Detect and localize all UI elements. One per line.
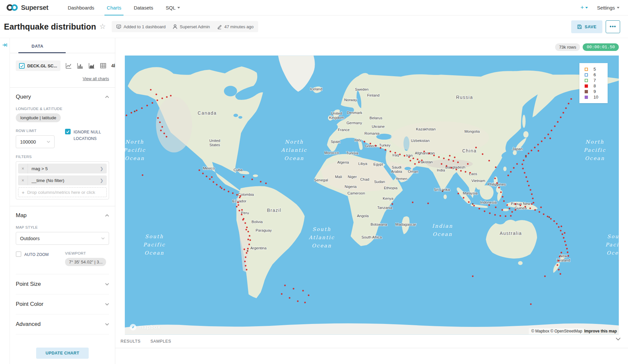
earthquake-dot[interactable] (538, 150, 539, 152)
earthquake-dot[interactable] (423, 151, 425, 152)
earthquake-dot[interactable] (441, 163, 442, 165)
earthquake-dot[interactable] (413, 158, 414, 159)
earthquake-dot[interactable] (516, 163, 518, 165)
legend-item-6[interactable]: 6 (585, 72, 608, 78)
map-style-select[interactable]: Outdoors (16, 232, 109, 245)
new-dropdown[interactable]: + (580, 4, 588, 11)
earthquake-dot[interactable] (507, 175, 509, 176)
earthquake-dot[interactable] (539, 211, 540, 213)
filter-expand-icon[interactable]: ❯ (100, 178, 107, 183)
earthquake-dot[interactable] (551, 130, 552, 131)
earthquake-dot[interactable] (162, 98, 163, 99)
earthquake-dot[interactable] (502, 209, 503, 211)
earthquake-dot[interactable] (554, 125, 556, 127)
earthquake-dot[interactable] (465, 171, 466, 173)
filter-pill-1[interactable]: ×__time (No filter)❯ (18, 175, 107, 185)
earthquake-dot[interactable] (202, 173, 204, 174)
earthquake-dot[interactable] (213, 181, 214, 183)
earthquake-dot[interactable] (558, 226, 560, 228)
ignore-null-control[interactable]: IGNORE NULL LOCATIONS (65, 129, 109, 142)
earthquake-dot[interactable] (528, 185, 530, 187)
earthquake-dot[interactable] (246, 252, 247, 254)
bar-chart-icon[interactable] (77, 62, 83, 69)
deckgl-scatter-map[interactable]: NorthPacificOceanNorthAtlanticOceanNorth… (125, 56, 619, 335)
earthquake-dot[interactable] (513, 167, 515, 169)
section-advanced[interactable]: Advanced (16, 314, 109, 334)
earthquake-dot[interactable] (243, 249, 245, 250)
earthquake-dot[interactable] (567, 252, 569, 253)
earthquake-dot[interactable] (568, 255, 569, 257)
earthquake-dot[interactable] (571, 98, 572, 100)
earthquake-dot[interactable] (412, 202, 414, 203)
earthquake-dot[interactable] (247, 239, 249, 240)
earthquake-dot[interactable] (293, 288, 294, 290)
tab-results[interactable]: RESULTS (121, 339, 141, 344)
earthquake-dot[interactable] (502, 196, 504, 198)
view-all-charts-link[interactable]: View all charts (83, 77, 109, 81)
earthquake-dot[interactable] (532, 198, 534, 199)
superset-logo[interactable]: Superset (6, 3, 48, 12)
earthquake-dot[interactable] (380, 147, 381, 149)
earthquake-dot[interactable] (247, 231, 249, 233)
earthquake-dot[interactable] (375, 145, 376, 147)
earthquake-dot[interactable] (564, 232, 566, 234)
earthquake-dot[interactable] (232, 193, 234, 194)
favorite-star-icon[interactable]: ☆ (100, 23, 106, 30)
nav-item-dashboards[interactable]: Dashboards (61, 0, 101, 15)
earthquake-dot[interactable] (216, 184, 218, 186)
earthquake-dot[interactable] (533, 202, 534, 204)
earthquake-dot[interactable] (221, 188, 223, 189)
expand-panel-icon[interactable] (2, 43, 8, 47)
earthquake-dot[interactable] (248, 244, 250, 245)
earthquake-dot[interactable] (531, 150, 532, 151)
earthquake-dot[interactable] (241, 214, 242, 216)
query-section-header[interactable]: Query (16, 94, 109, 100)
earthquake-dot[interactable] (304, 302, 306, 303)
earthquake-dot[interactable] (443, 158, 445, 159)
earthquake-dot[interactable] (560, 273, 561, 275)
earthquake-dot[interactable] (160, 130, 162, 131)
earthquake-dot[interactable] (527, 181, 528, 182)
earthquake-dot[interactable] (457, 162, 459, 163)
earthquake-dot[interactable] (561, 252, 562, 254)
line-chart-icon[interactable] (65, 62, 72, 69)
earthquake-dot[interactable] (242, 219, 244, 221)
earthquake-dot[interactable] (529, 208, 531, 209)
earthquake-dot[interactable] (150, 89, 152, 91)
earthquake-dot[interactable] (239, 197, 240, 198)
earthquake-dot[interactable] (220, 186, 221, 188)
earthquake-dot[interactable] (236, 194, 238, 196)
earthquake-dot[interactable] (370, 143, 371, 145)
earthquake-dot[interactable] (525, 206, 526, 208)
earthquake-dot[interactable] (246, 227, 248, 228)
earthquake-dot[interactable] (549, 216, 550, 218)
earthquake-dot[interactable] (460, 170, 462, 172)
earthquake-dot[interactable] (265, 183, 267, 184)
viz-type-checkbox[interactable] (19, 63, 25, 69)
earthquake-dot[interactable] (131, 112, 132, 114)
earthquake-dot[interactable] (394, 152, 396, 154)
earthquake-dot[interactable] (531, 203, 533, 205)
earthquake-dot[interactable] (417, 159, 418, 160)
earthquake-dot[interactable] (260, 181, 261, 183)
earthquake-dot[interactable] (241, 209, 243, 211)
lonlat-value-pill[interactable]: longitude | latitude (16, 113, 61, 122)
earthquake-dot[interactable] (228, 191, 229, 193)
auto-zoom-control[interactable]: AUTO ZOOM (16, 251, 65, 258)
earthquake-dot[interactable] (134, 111, 136, 112)
earthquake-dot[interactable] (237, 204, 239, 206)
earthquake-dot[interactable] (451, 167, 452, 169)
earthquake-dot[interactable] (209, 178, 211, 180)
earthquake-dot[interactable] (540, 207, 542, 208)
earthquake-dot[interactable] (568, 103, 570, 104)
earthquake-dot[interactable] (506, 204, 508, 206)
earthquake-dot[interactable] (162, 126, 163, 128)
earthquake-dot[interactable] (414, 163, 416, 165)
earthquake-dot[interactable] (142, 174, 144, 176)
earthquake-dot[interactable] (284, 285, 286, 286)
earthquake-dot[interactable] (520, 205, 521, 206)
earthquake-dot[interactable] (392, 203, 393, 205)
more-options-button[interactable]: ••• (606, 20, 620, 33)
earthquake-dot[interactable] (541, 141, 543, 142)
ignore-null-checkbox[interactable] (65, 129, 71, 134)
